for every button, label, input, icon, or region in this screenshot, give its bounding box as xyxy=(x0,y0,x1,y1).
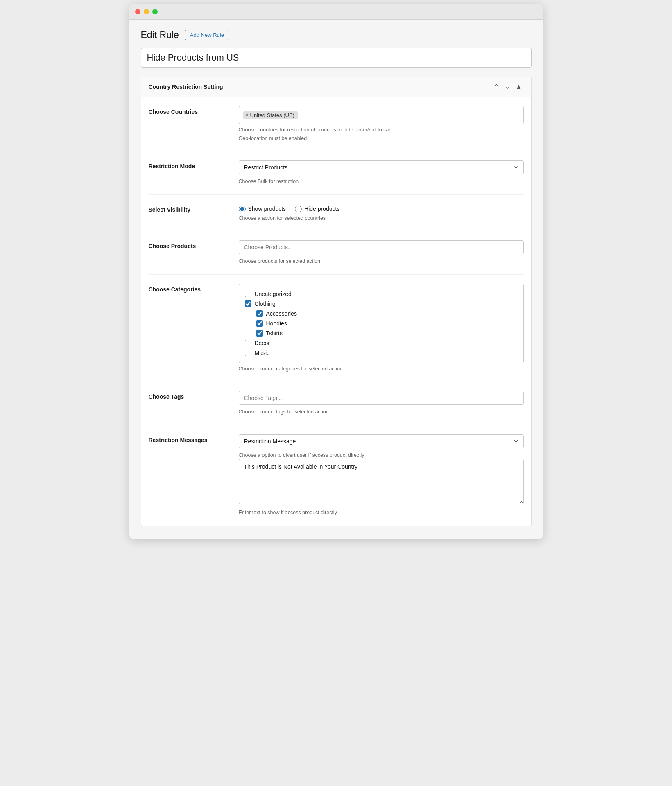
choose-categories-field: Uncategorized Clothing Accessories xyxy=(239,284,524,373)
choose-categories-row: Choose Categories Uncategorized Clothing xyxy=(149,275,524,382)
restriction-mode-hint: Choose Bulk for restriction xyxy=(239,178,524,185)
choose-products-input[interactable] xyxy=(239,240,524,254)
restriction-message-textarea[interactable]: This Product is Not Available in Your Co… xyxy=(239,459,524,504)
category-accessories: Accessories xyxy=(245,309,518,318)
category-tshirts-label: Tshirts xyxy=(266,330,283,337)
category-decor-label: Decor xyxy=(255,340,270,346)
restriction-messages-textarea-hint: Enter text to show if access product dir… xyxy=(239,509,524,517)
choose-countries-label: Choose Countries xyxy=(149,106,239,115)
main-window: Edit Rule Add New Rule Country Restricti… xyxy=(129,4,543,539)
hide-products-radio-text: Hide products xyxy=(304,206,339,212)
category-tshirts-checkbox[interactable] xyxy=(256,330,263,337)
choose-products-field: Choose products for selected action xyxy=(239,240,524,265)
choose-countries-field: × United States (US) Choose countries fo… xyxy=(239,106,524,142)
show-products-radio-label[interactable]: Show products xyxy=(239,206,286,212)
restriction-mode-select[interactable]: Restrict Products Hide Products Hide Pri… xyxy=(239,160,524,174)
countries-hint1: Choose countries for restriction of prod… xyxy=(239,126,524,134)
category-decor: Decor xyxy=(245,338,518,348)
visibility-radio-group: Show products Hide products xyxy=(239,206,524,212)
panel-collapse-down-button[interactable]: ⌄ xyxy=(503,83,511,91)
restriction-mode-label: Restriction Mode xyxy=(149,160,239,169)
show-products-radio[interactable] xyxy=(239,206,246,212)
choose-tags-row: Choose Tags Choose product tags for sele… xyxy=(149,382,524,425)
choose-products-label: Choose Products xyxy=(149,240,239,249)
category-clothing-checkbox[interactable] xyxy=(245,300,251,307)
choose-tags-hint: Choose product tags for selected action xyxy=(239,409,524,416)
choose-categories-hint: Choose product categories for selected a… xyxy=(239,366,524,373)
panel-toggle-button[interactable]: ▲ xyxy=(514,83,524,91)
hide-products-radio[interactable] xyxy=(295,206,302,212)
category-clothing-label: Clothing xyxy=(255,300,276,307)
choose-categories-label: Choose Categories xyxy=(149,284,239,293)
category-uncategorized: Uncategorized xyxy=(245,289,518,299)
panel: Country Restriction Setting ⌃ ⌄ ▲ Choose… xyxy=(141,77,532,526)
choose-tags-label: Choose Tags xyxy=(149,391,239,400)
restriction-mode-row: Restriction Mode Restrict Products Hide … xyxy=(149,151,524,195)
choose-products-row: Choose Products Choose products for sele… xyxy=(149,231,524,275)
countries-hint2: Geo-location must be enabled xyxy=(239,135,524,142)
category-music-checkbox[interactable] xyxy=(245,350,251,356)
category-hoodies-label: Hoodies xyxy=(266,320,287,327)
titlebar xyxy=(129,4,543,20)
select-visibility-row: Select Visibility Show products Hide pro… xyxy=(149,195,524,232)
add-new-rule-button[interactable]: Add New Rule xyxy=(185,30,229,40)
page-header: Edit Rule Add New Rule xyxy=(141,29,532,41)
choose-products-hint: Choose products for selected action xyxy=(239,258,524,265)
category-hoodies: Hoodies xyxy=(245,318,518,328)
category-tshirts: Tshirts xyxy=(245,328,518,338)
traffic-lights xyxy=(135,9,158,14)
us-tag-label: United States (US) xyxy=(250,112,294,118)
category-clothing: Clothing xyxy=(245,299,518,309)
categories-checkbox-tree: Uncategorized Clothing Accessories xyxy=(239,284,524,363)
restriction-messages-label: Restriction Messages xyxy=(149,434,239,443)
us-tag: × United States (US) xyxy=(243,111,298,119)
category-accessories-checkbox[interactable] xyxy=(256,310,263,317)
panel-title: Country Restriction Setting xyxy=(149,84,223,90)
restriction-messages-row: Restriction Messages Restriction Message… xyxy=(149,425,524,526)
choose-countries-row: Choose Countries × United States (US) Ch… xyxy=(149,97,524,151)
category-accessories-label: Accessories xyxy=(266,310,297,317)
close-button[interactable] xyxy=(135,9,140,14)
panel-body: Choose Countries × United States (US) Ch… xyxy=(141,97,531,526)
page-title: Edit Rule xyxy=(141,29,179,41)
category-decor-checkbox[interactable] xyxy=(245,340,251,346)
choose-tags-field: Choose product tags for selected action xyxy=(239,391,524,416)
hide-products-radio-label[interactable]: Hide products xyxy=(295,206,339,212)
panel-collapse-up-button[interactable]: ⌃ xyxy=(492,83,500,91)
countries-tag-input[interactable]: × United States (US) xyxy=(239,106,524,124)
category-uncategorized-checkbox[interactable] xyxy=(245,291,251,297)
choose-tags-input[interactable] xyxy=(239,391,524,405)
category-uncategorized-label: Uncategorized xyxy=(255,291,292,297)
restriction-messages-hint: Choose a option to divert user if access… xyxy=(239,452,524,459)
restriction-messages-field: Restriction Message Redirect to Page Cus… xyxy=(239,434,524,517)
minimize-button[interactable] xyxy=(144,9,149,14)
show-products-radio-text: Show products xyxy=(248,206,286,212)
category-music-label: Music xyxy=(255,350,270,356)
fullscreen-button[interactable] xyxy=(152,9,158,14)
category-hoodies-checkbox[interactable] xyxy=(256,320,263,327)
category-music: Music xyxy=(245,348,518,358)
restriction-messages-select[interactable]: Restriction Message Redirect to Page Cus… xyxy=(239,434,524,448)
us-tag-remove[interactable]: × xyxy=(246,112,249,118)
rule-name-input[interactable] xyxy=(141,48,532,68)
visibility-hint: Choose a action for selected countries xyxy=(239,215,524,222)
select-visibility-label: Select Visibility xyxy=(149,204,239,213)
page-content: Edit Rule Add New Rule Country Restricti… xyxy=(129,20,543,539)
panel-controls: ⌃ ⌄ ▲ xyxy=(492,83,524,91)
restriction-mode-field: Restrict Products Hide Products Hide Pri… xyxy=(239,160,524,185)
select-visibility-field: Show products Hide products Choose a act… xyxy=(239,204,524,222)
panel-header: Country Restriction Setting ⌃ ⌄ ▲ xyxy=(141,77,531,97)
